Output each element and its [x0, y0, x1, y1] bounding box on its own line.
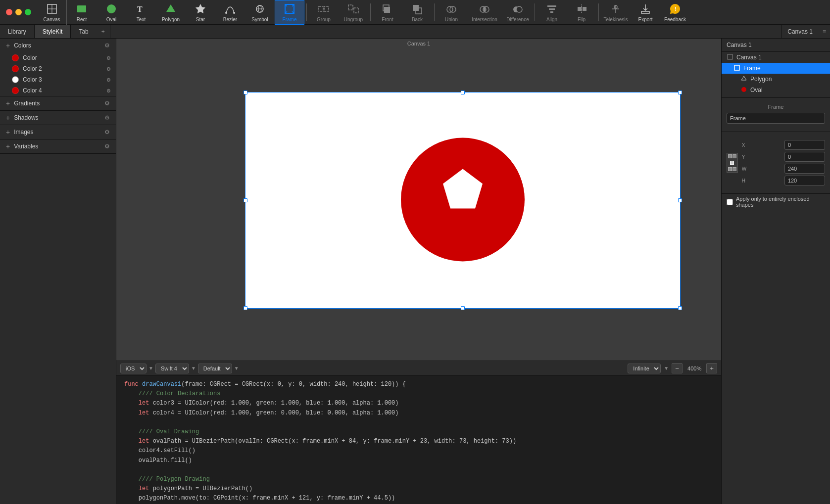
- close-button[interactable]: [6, 9, 12, 15]
- polygon-tool[interactable]: Polygon: [156, 0, 186, 25]
- sidebar-shadows-settings[interactable]: ⚙: [103, 114, 111, 121]
- sidebar-shadows-header[interactable]: + Shadows ⚙: [0, 111, 116, 125]
- code-line-9: ovalPath.fill(): [124, 456, 713, 465]
- union-tool[interactable]: Union: [437, 0, 466, 25]
- sidebar-variables-settings[interactable]: ⚙: [103, 143, 111, 150]
- enclosed-shapes-checkbox[interactable]: [727, 199, 733, 205]
- handle-tl[interactable]: [244, 91, 247, 94]
- sidebar-color-3[interactable]: Color 3 ⚙: [0, 74, 116, 85]
- align-tool[interactable]: Align: [537, 0, 567, 25]
- symbol-tool[interactable]: Symbol: [245, 0, 275, 25]
- intersection-tool[interactable]: Intersection: [466, 0, 503, 25]
- zoom-in-button[interactable]: +: [706, 363, 717, 373]
- sidebar-color-4[interactable]: Color 4 ⚙: [0, 85, 116, 96]
- flip-tool[interactable]: Flip: [567, 0, 596, 25]
- bezier-tool[interactable]: Bezier: [215, 0, 245, 25]
- color-1-settings[interactable]: ⚙: [106, 55, 111, 61]
- sidebar-colors-list: Color ⚙ Color 2 ⚙ Color 3 ⚙: [0, 52, 116, 96]
- tab-library[interactable]: Library: [0, 25, 34, 38]
- code-content[interactable]: func drawCanvas1(frame: CGRect = CGRect(…: [116, 376, 721, 504]
- svg-marker-36: [578, 7, 582, 11]
- telekinesis-tool[interactable]: Telekinesis: [601, 0, 631, 25]
- minimize-button[interactable]: [15, 9, 22, 15]
- svg-point-9: [233, 12, 235, 14]
- handle-br[interactable]: [678, 306, 682, 310]
- handle-mr[interactable]: [678, 198, 682, 202]
- align-tr[interactable]: [732, 154, 736, 158]
- handle-tc[interactable]: [461, 91, 465, 94]
- difference-tool[interactable]: Difference: [503, 0, 533, 25]
- align-bl[interactable]: [728, 167, 732, 171]
- oval-tool[interactable]: Oval: [97, 0, 126, 25]
- ungroup-tool[interactable]: Ungroup: [339, 0, 368, 25]
- sidebar-images-settings[interactable]: ⚙: [103, 129, 111, 136]
- y-input[interactable]: [784, 152, 825, 162]
- sidebar-variables-header[interactable]: + Variables ⚙: [0, 139, 116, 153]
- align-br[interactable]: [732, 167, 736, 171]
- w-input[interactable]: [784, 164, 825, 174]
- canvas-tool[interactable]: Canvas: [37, 0, 67, 25]
- sidebar-gradients-header[interactable]: + Gradients ⚙: [0, 96, 116, 110]
- svg-point-31: [516, 6, 522, 12]
- frame-tool[interactable]: Frame: [275, 0, 304, 25]
- rect-icon: [75, 2, 89, 16]
- sidebar-colors-settings[interactable]: ⚙: [103, 42, 111, 49]
- handle-bl[interactable]: [244, 306, 247, 310]
- sidebar-gradients-settings[interactable]: ⚙: [103, 100, 111, 107]
- rect-tool[interactable]: Rect: [67, 0, 97, 25]
- right-panel-title: Canvas 1: [727, 42, 752, 48]
- canvas-wrapper[interactable]: Canvas 1: [116, 39, 721, 361]
- h-input[interactable]: [784, 176, 825, 185]
- layer-oval[interactable]: Oval: [722, 85, 830, 95]
- right-divider-1: [722, 97, 830, 98]
- export-tool[interactable]: Export: [631, 0, 660, 25]
- platform-select[interactable]: iOS: [120, 364, 146, 373]
- color-2-settings[interactable]: ⚙: [106, 66, 111, 72]
- feedback-tool[interactable]: ! Feedback: [660, 0, 690, 25]
- sidebar-color-1[interactable]: Color ⚙: [0, 52, 116, 63]
- canvas-icon: [45, 2, 59, 16]
- tab-tab[interactable]: Tab: [71, 25, 96, 38]
- sidebar-variables-add[interactable]: +: [5, 142, 11, 150]
- frame-name-input[interactable]: [727, 113, 825, 124]
- color-4-name: Color 4: [23, 87, 42, 94]
- style-select[interactable]: Default: [198, 364, 232, 373]
- sidebar-colors-header[interactable]: + Colors ⚙: [0, 39, 116, 52]
- align-tl[interactable]: [728, 154, 732, 158]
- sidebar-images-add[interactable]: +: [5, 128, 11, 136]
- sidebar-colors-add[interactable]: +: [5, 42, 11, 49]
- tab-panel-close[interactable]: ≡: [819, 25, 830, 38]
- front-label: Front: [382, 17, 393, 22]
- handle-ml[interactable]: [244, 198, 247, 202]
- layer-frame[interactable]: Frame: [722, 63, 830, 74]
- star-tool[interactable]: Star: [186, 0, 215, 25]
- layer-polygon[interactable]: Polygon: [722, 74, 830, 85]
- back-tool[interactable]: Back: [402, 0, 432, 25]
- tab-stylekit[interactable]: StyleKit: [35, 25, 71, 38]
- layer-frame-label: Frame: [743, 65, 761, 72]
- handle-bc[interactable]: [461, 306, 465, 310]
- sidebar-gradients-add[interactable]: +: [5, 99, 11, 107]
- front-tool[interactable]: Front: [373, 0, 402, 25]
- color-4-settings[interactable]: ⚙: [106, 88, 111, 93]
- group-tool[interactable]: Group: [309, 0, 339, 25]
- tab-add-button[interactable]: +: [97, 28, 110, 35]
- text-icon: T: [134, 2, 148, 16]
- language-select[interactable]: Swift 4: [155, 364, 189, 373]
- text-tool[interactable]: T Text: [126, 0, 156, 25]
- handle-tr[interactable]: [678, 91, 682, 94]
- scroll-select[interactable]: Infinite: [628, 364, 661, 373]
- align-center[interactable]: [730, 161, 734, 165]
- maximize-button[interactable]: [25, 9, 31, 15]
- layer-canvas1[interactable]: Canvas 1: [722, 52, 830, 63]
- text-label: Text: [137, 17, 146, 22]
- sidebar-images-header[interactable]: + Images ⚙: [0, 125, 116, 139]
- sidebar-color-2-left: Color 2: [12, 65, 42, 72]
- sidebar-shadows-add[interactable]: +: [5, 114, 11, 122]
- x-input[interactable]: [784, 140, 825, 150]
- color-3-settings[interactable]: ⚙: [106, 77, 111, 83]
- color-1-dot: [12, 54, 19, 61]
- canvas-frame[interactable]: [245, 92, 681, 309]
- zoom-out-button[interactable]: −: [672, 363, 683, 373]
- sidebar-color-2[interactable]: Color 2 ⚙: [0, 63, 116, 74]
